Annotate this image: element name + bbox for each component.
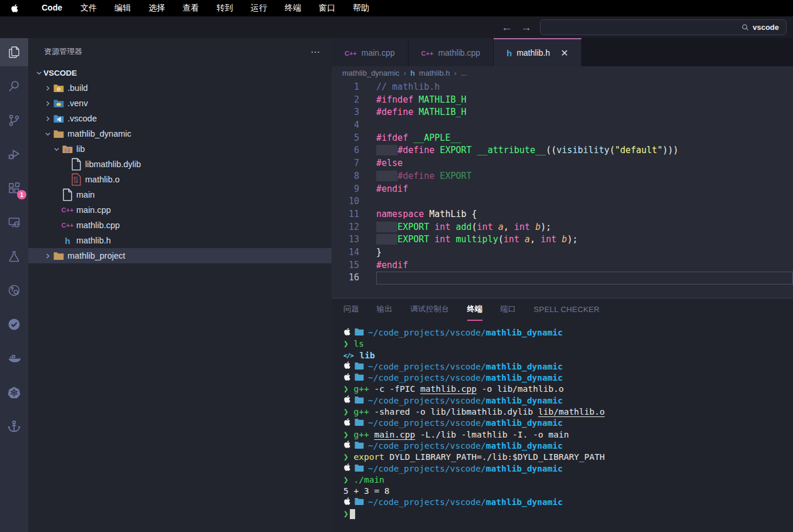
- terminal-line: ~/code_projects/vscode/mathlib_dynamic: [343, 497, 793, 508]
- tree-item-mathlib-o[interactable]: 0110mathlib.o: [28, 172, 332, 187]
- line-content: [376, 272, 793, 284]
- code-line-1: 1// mathlib.h: [332, 81, 793, 94]
- indent-highlight: [376, 145, 397, 155]
- folder-prompt-icon: [355, 361, 368, 372]
- folder-prompt-icon: [355, 497, 368, 508]
- panel-tab-调试控制台[interactable]: 调试控制台: [410, 299, 450, 321]
- menu-item-编辑[interactable]: 编辑: [106, 3, 140, 13]
- line-number: 2: [332, 94, 376, 107]
- folder-plain-icon: [53, 129, 64, 138]
- menu-item-文件[interactable]: 文件: [72, 3, 106, 13]
- search-icon[interactable]: [0, 72, 28, 100]
- code-editor[interactable]: 1// mathlib.h2#ifndef MATHLIB_H3#define …: [332, 79, 793, 298]
- menubar-items: Code文件编辑选择查看转到运行终端窗口帮助: [32, 3, 378, 13]
- code-line-10: 10: [332, 195, 793, 208]
- check-circle-icon[interactable]: [0, 310, 28, 338]
- menu-item-选择[interactable]: 选择: [140, 3, 174, 13]
- line-number: 9: [332, 183, 376, 196]
- line-content: [376, 119, 793, 132]
- breadcrumb-item[interactable]: mathlib_dynamic: [342, 69, 400, 77]
- line-number: 10: [332, 195, 376, 208]
- tree-item-label: .vscode: [68, 114, 97, 123]
- line-content: // mathlib.h: [376, 81, 793, 94]
- remote-explorer-icon[interactable]: [0, 208, 28, 236]
- tree-item-lib[interactable]: lib: [28, 141, 332, 157]
- tree-item-label: libmathlib.dylib: [85, 160, 141, 169]
- menu-item-转到[interactable]: 转到: [208, 3, 242, 13]
- kubernetes-icon[interactable]: [0, 378, 28, 406]
- docker-icon[interactable]: [0, 344, 28, 372]
- tree-item-mathlib-cpp[interactable]: C++mathlib.cpp: [28, 218, 332, 233]
- line-number: 13: [332, 233, 376, 246]
- back-arrow-icon[interactable]: ←: [501, 22, 512, 33]
- tree-item-label: mathlib_project: [68, 251, 125, 260]
- apple-prompt-icon: [343, 327, 355, 339]
- forward-arrow-icon[interactable]: →: [521, 22, 532, 33]
- tree-item--vscode[interactable]: .vscode: [28, 111, 332, 126]
- line-number: 7: [332, 157, 376, 170]
- command-center-search[interactable]: vscode: [540, 19, 787, 35]
- terminal-line: ~/code_projects/vscode/mathlib_dynamic: [343, 327, 793, 338]
- tree-item-mathlib-project[interactable]: mathlib_project: [28, 248, 332, 263]
- breadcrumb-item[interactable]: mathlib.h: [419, 69, 450, 77]
- chevron-right-icon: [43, 116, 52, 121]
- line-number: 4: [332, 119, 376, 132]
- code-line-2: 2#ifndef MATHLIB_H: [332, 94, 793, 107]
- apple-menu-icon[interactable]: [11, 4, 19, 13]
- terminal-line: ❯: [343, 509, 793, 520]
- file-plain-icon: [71, 160, 82, 169]
- tree-item-main-cpp[interactable]: C++main.cpp: [28, 202, 332, 218]
- tree-item-label: mathlib.cpp: [76, 221, 120, 230]
- panel-tab-终端[interactable]: 终端: [467, 299, 483, 321]
- tab-mathlib-cpp[interactable]: C++mathlib.cpp: [409, 38, 494, 66]
- line-number: 14: [332, 246, 376, 259]
- explorer-icon[interactable]: [0, 38, 28, 66]
- breadcrumb[interactable]: mathlib_dynamic›hmathlib.h›...: [332, 66, 793, 79]
- run-debug-icon[interactable]: [0, 140, 28, 168]
- terminal-cursor: [350, 509, 355, 519]
- tree-item-mathlib-dynamic[interactable]: mathlib_dynamic: [28, 126, 332, 141]
- menu-item-帮助[interactable]: 帮助: [344, 3, 378, 13]
- line-content: #define EXPORT: [376, 170, 793, 183]
- terminal[interactable]: ~/code_projects/vscode/mathlib_dynamic❯ …: [332, 321, 793, 532]
- tab-main-cpp[interactable]: C++main.cpp: [332, 38, 409, 66]
- breadcrumb-item[interactable]: ...: [461, 69, 467, 77]
- menu-item-Code[interactable]: Code: [32, 3, 72, 13]
- gitlens-icon[interactable]: [0, 276, 28, 304]
- panel-tabs: 问题输出调试控制台终端端口SPELL CHECKER: [332, 299, 793, 321]
- menu-item-运行[interactable]: 运行: [242, 3, 276, 13]
- tree-item-main[interactable]: main: [28, 187, 332, 202]
- tree-item-mathlib-h[interactable]: hmathlib.h: [28, 233, 332, 248]
- tree-item-libmathlib-dylib[interactable]: libmathlib.dylib: [28, 157, 332, 172]
- code-line-6: 6 #define EXPORT __attribute__((visibili…: [332, 144, 793, 157]
- line-content: #ifdef __APPLE__: [376, 132, 793, 145]
- tree-item-vscode[interactable]: VSCODE: [28, 65, 332, 80]
- line-number: 11: [332, 208, 376, 221]
- menu-item-查看[interactable]: 查看: [174, 3, 208, 13]
- chevron-down-icon: [34, 70, 43, 76]
- menu-item-终端[interactable]: 终端: [276, 3, 310, 13]
- line-number: 5: [332, 132, 376, 145]
- bottom-panel: 问题输出调试控制台终端端口SPELL CHECKER ~/code_projec…: [332, 298, 793, 532]
- menu-item-窗口[interactable]: 窗口: [310, 3, 344, 13]
- tab-mathlib-h[interactable]: hmathlib.h✕: [494, 38, 582, 66]
- close-icon[interactable]: ✕: [561, 48, 568, 59]
- source-control-icon[interactable]: [0, 106, 28, 134]
- extensions-icon[interactable]: 1: [0, 174, 28, 202]
- terminal-line: ~/code_projects/vscode/mathlib_dynamic: [343, 463, 793, 475]
- tree-item-label: main: [76, 190, 95, 199]
- explorer-more-actions[interactable]: ⋯: [311, 46, 321, 57]
- chevron-right-icon: [43, 253, 52, 259]
- editor-tabs: C++main.cppC++mathlib.cpphmathlib.h✕: [332, 38, 793, 66]
- panel-tab-问题[interactable]: 问题: [343, 299, 359, 321]
- panel-tab-SPELL CHECKER[interactable]: SPELL CHECKER: [534, 299, 599, 321]
- activity-bar: 1: [0, 38, 28, 532]
- testing-icon[interactable]: [0, 242, 28, 270]
- tree-item--venv[interactable]: .venv: [28, 96, 332, 111]
- tree-item--build[interactable]: .build: [28, 80, 332, 96]
- chevron-right-icon: [43, 101, 52, 106]
- anchor-icon[interactable]: [0, 412, 28, 440]
- panel-tab-端口[interactable]: 端口: [500, 299, 516, 321]
- chevron-right-icon: [43, 86, 52, 91]
- panel-tab-输出[interactable]: 输出: [377, 299, 393, 321]
